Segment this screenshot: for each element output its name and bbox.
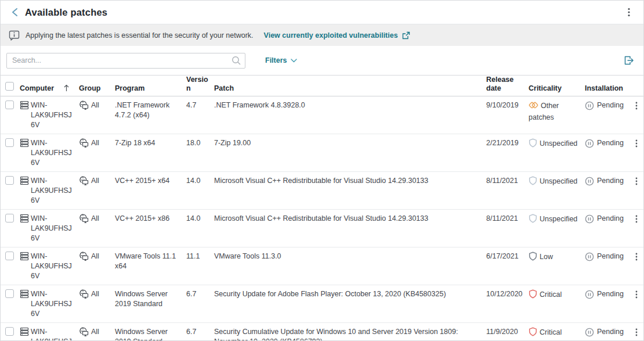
table-body: WIN-LAK9UFHSJ6V All .NET Framework 4.7.2… [1,96,643,340]
kebab-menu-icon [635,328,638,336]
criticality-cell: Unspecified [529,138,585,150]
group-cell: All [79,214,115,226]
patches-table: Computer Group Program Version Patch Rel… [1,75,643,340]
program-cell: VMware Tools 11.1 x64 [115,252,186,271]
installation-status: Pending [597,176,624,186]
table-row: WIN-LAK9UFHSJ6V All VMware Tools 11.1 x6… [1,247,643,285]
group-cell: All [79,138,115,150]
release-date-cell: 2/21/2019 [486,138,529,148]
group-name: All [91,100,99,113]
installation-status: Pending [597,252,624,261]
device-group-icon [79,289,89,299]
exploited-vulnerabilities-link[interactable]: View currently exploited vulnerabilities [264,31,411,40]
table-row: WIN-LAK9UFHSJ6V All .NET Framework 4.7.2… [1,96,643,134]
column-header-program[interactable]: Program [115,84,186,93]
group-name: All [91,289,99,301]
group-cell: All [79,176,115,188]
column-header-version[interactable]: Version [186,76,214,93]
device-group-icon [79,176,89,185]
group-cell: All [79,327,115,339]
page-header: Available patches [1,1,643,24]
row-menu-button[interactable] [635,138,638,148]
device-group-icon [79,252,89,261]
computer-name: WIN-LAK9UFHSJ6V [31,214,75,243]
back-button[interactable] [9,6,20,18]
kebab-menu-icon [628,8,630,17]
table-header-row: Computer Group Program Version Patch Rel… [1,75,643,96]
program-cell: Windows Server 2019 Standard [115,327,186,340]
kebab-menu-icon [635,290,638,299]
row-checkbox[interactable] [5,289,14,298]
computer-name: WIN-LAK9UFHSJ6V [31,100,75,130]
criticality-cell: Unspecified [529,214,585,226]
computer-cell: WIN-LAK9UFHSJ6V [20,214,79,243]
pause-circle-icon [585,328,594,337]
version-cell: 14.0 [186,214,214,224]
criticality-label: Low [540,253,553,261]
shield-icon [529,214,537,223]
pause-circle-icon [585,101,594,110]
available-patches-page: Available patches Applying the latest pa… [0,0,644,341]
banner-text: Applying the latest patches is essential… [26,31,254,40]
row-checkbox[interactable] [5,100,14,109]
server-icon [20,252,29,261]
kebab-menu-icon [635,253,638,261]
release-date-cell: 10/12/2020 [486,289,529,299]
table-row: WIN-LAK9UFHSJ6V All VC++ 2015+ x64 14.0 … [1,172,643,210]
info-banner: Applying the latest patches is essential… [1,24,643,46]
column-header-release-date[interactable]: Release date [486,76,529,93]
patch-cell: VMware Tools 11.3.0 [214,252,486,261]
group-name: All [91,176,99,188]
info-tooltip-icon [9,30,20,41]
row-menu-button[interactable] [635,214,638,223]
table-row: WIN-LAK9UFHSJ6V All Windows Server 2019 … [1,323,643,340]
table-row: WIN-LAK9UFHSJ6V All 7-Zip 18 x64 18.0 7-… [1,134,643,172]
row-menu-button[interactable] [635,252,638,261]
shield-icon [529,327,537,336]
installation-status: Pending [597,138,624,148]
installation-cell: Pending [585,214,629,227]
export-button[interactable] [621,53,636,68]
installation-status: Pending [597,100,624,110]
page-title: Available patches [25,7,107,18]
row-checkbox[interactable] [5,327,14,336]
group-cell: All [79,252,115,264]
row-checkbox[interactable] [5,214,14,222]
server-icon [20,214,29,223]
version-cell: 14.0 [186,176,214,186]
row-menu-button[interactable] [635,327,638,336]
device-group-icon [79,327,89,336]
patch-cell: Microsoft Visual C++ Redistributable for… [214,176,486,186]
version-cell: 4.7 [186,100,214,110]
row-menu-button[interactable] [635,100,638,110]
server-icon [20,327,29,336]
table-row: WIN-LAK9UFHSJ6V All Windows Server 2019 … [1,285,643,323]
row-checkbox[interactable] [5,252,14,260]
row-checkbox[interactable] [5,138,14,147]
computer-cell: WIN-LAK9UFHSJ6V [20,138,79,168]
row-menu-button[interactable] [635,289,638,299]
row-checkbox[interactable] [5,176,14,185]
page-menu-button[interactable] [623,6,635,19]
column-header-installation[interactable]: Installation [585,84,629,93]
column-header-patch[interactable]: Patch [214,84,486,93]
installation-status: Pending [597,289,624,299]
shield-icon [529,176,537,185]
select-all-checkbox[interactable] [5,82,14,91]
row-menu-button[interactable] [635,176,638,185]
column-header-group[interactable]: Group [79,84,115,93]
pause-circle-icon [585,214,594,224]
export-icon [623,54,635,67]
version-cell: 6.7 [186,289,214,299]
patch-cell: Microsoft Visual C++ Redistributable for… [214,214,486,224]
version-cell: 18.0 [186,138,214,148]
patch-cell: Security Update for Adobe Flash Player: … [214,289,486,299]
search-input[interactable] [6,53,245,69]
kebab-menu-icon [635,102,638,110]
release-date-cell: 9/10/2019 [486,100,529,110]
column-header-criticality[interactable]: Criticality [529,84,585,93]
column-header-computer[interactable]: Computer [20,84,79,93]
filters-button[interactable]: Filters [265,56,297,64]
program-cell: VC++ 2015+ x86 [115,214,186,224]
criticality-cell: Critical [529,289,585,301]
